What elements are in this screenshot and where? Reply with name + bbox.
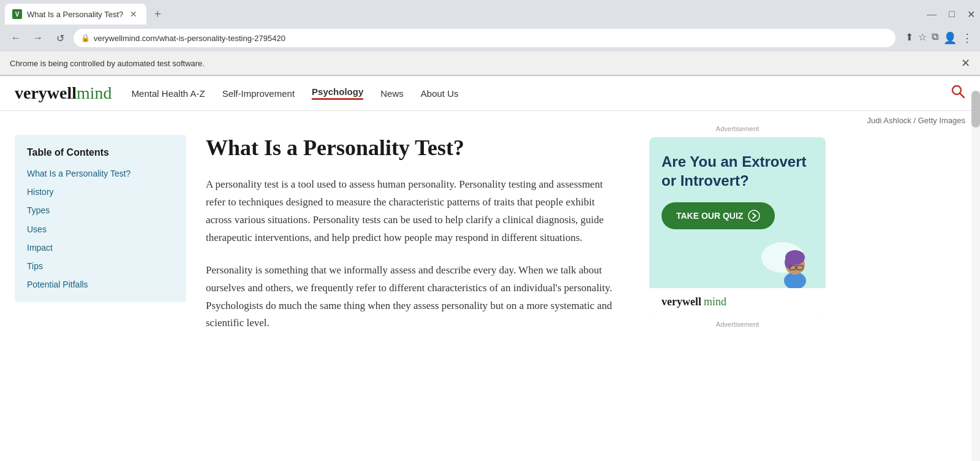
toc-item-pitfalls[interactable]: Potential Pitfalls [27, 279, 174, 290]
banner-close-button[interactable]: ✕ [961, 56, 970, 70]
nav-psychology[interactable]: Psychology [312, 86, 363, 100]
nav-about-us[interactable]: About Us [421, 88, 459, 99]
maximize-button[interactable]: □ [949, 9, 955, 20]
scrollbar[interactable] [971, 91, 980, 357]
article-paragraph-1: A personality test is a tool used to ass… [206, 176, 620, 247]
tab-favicon: V [12, 9, 22, 19]
right-sidebar: Advertisement Are You an Extrovert or In… [639, 125, 835, 357]
ad-logo-verywell: verywell [662, 295, 701, 308]
toc-item-personality-test[interactable]: What Is a Personality Test? [27, 168, 174, 179]
toc-item-history[interactable]: History [27, 186, 174, 197]
toc-title: Table of Contents [27, 147, 174, 158]
ad-box: Are You an Extrovert or Introvert? TAKE … [649, 137, 826, 316]
back-button[interactable]: ← [7, 29, 24, 47]
site-header: verywell mind Mental Health A-Z Self-Imp… [0, 76, 980, 111]
svg-point-2 [748, 210, 760, 221]
ad-label-top: Advertisement [649, 125, 826, 132]
ad-label-bottom: Advertisement [649, 321, 826, 328]
share-icon[interactable]: ⬆ [905, 31, 913, 45]
ad-logo-mind: mind [704, 295, 726, 308]
automation-banner: Chrome is being controlled by automated … [0, 51, 980, 75]
tab-close-button[interactable]: ✕ [128, 9, 139, 20]
secure-icon: 🔒 [81, 34, 90, 42]
search-button[interactable] [951, 84, 965, 102]
refresh-button[interactable]: ↺ [51, 29, 69, 47]
article-title: What Is a Personality Test? [206, 135, 620, 161]
logo-mind: mind [77, 83, 112, 103]
toc-list: What Is a Personality Test? History Type… [27, 168, 174, 290]
bookmark-icon[interactable]: ☆ [918, 31, 927, 45]
site-nav: Mental Health A-Z Self-Improvement Psych… [132, 86, 951, 100]
image-attribution: Judi Ashlock / Getty Images [0, 111, 980, 125]
ad-logo-area: verywell mind [649, 288, 826, 316]
forward-button[interactable]: → [29, 29, 47, 47]
minimize-button[interactable]: — [927, 9, 937, 20]
svg-line-1 [960, 94, 965, 98]
ad-quiz-button[interactable]: TAKE OUR QUIZ [662, 202, 775, 229]
profile-icon[interactable]: 👤 [943, 31, 957, 45]
content-area: Table of Contents What Is a Personality … [0, 125, 980, 357]
toc-item-uses[interactable]: Uses [27, 224, 174, 235]
nav-news[interactable]: News [380, 88, 404, 99]
tab-title: What Is a Personality Test? [27, 10, 123, 19]
toc-item-types[interactable]: Types [27, 205, 174, 216]
tab-split-icon[interactable]: ⧉ [932, 31, 938, 45]
banner-text: Chrome is being controlled by automated … [10, 59, 205, 68]
nav-mental-health[interactable]: Mental Health A-Z [132, 88, 205, 99]
scrollbar-thumb[interactable] [971, 91, 980, 128]
article-content: What Is a Personality Test? A personalit… [186, 125, 639, 357]
table-of-contents: Table of Contents What Is a Personality … [15, 135, 186, 302]
logo-verywell: verywell [15, 83, 77, 103]
svg-point-7 [785, 256, 793, 269]
menu-icon[interactable]: ⋮ [962, 31, 973, 45]
ad-character-illustration [758, 239, 813, 288]
toc-item-tips[interactable]: Tips [27, 261, 174, 272]
toc-item-impact[interactable]: Impact [27, 242, 174, 253]
article-paragraph-2: Personality is something that we informa… [206, 262, 620, 333]
address-bar[interactable]: 🔒 verywellmind.com/what-is-personality-t… [74, 29, 895, 47]
site-logo[interactable]: verywell mind [15, 83, 112, 103]
new-tab-button[interactable]: + [149, 6, 166, 23]
nav-self-improvement[interactable]: Self-Improvement [222, 88, 295, 99]
ad-headline: Are You an Extrovert or Introvert? [662, 152, 813, 190]
close-button[interactable]: ✕ [967, 9, 975, 20]
url-text: verywellmind.com/what-is-personality-tes… [94, 34, 285, 43]
